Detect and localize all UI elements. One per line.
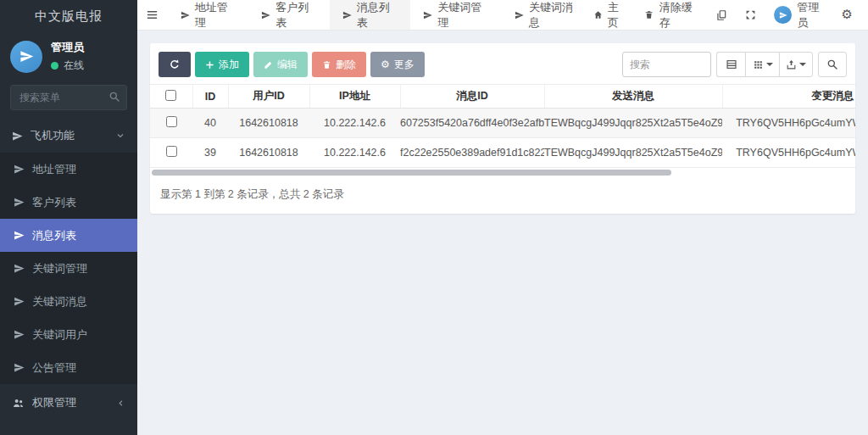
- online-status-label: 在线: [64, 59, 84, 73]
- gear-icon: ⚙: [381, 59, 390, 70]
- paper-plane-icon: [515, 10, 524, 20]
- tab-label: 客户列表: [275, 0, 316, 31]
- row-checkbox[interactable]: [166, 146, 177, 157]
- table-scroll-area[interactable]: ID 用户ID IP地址 消息ID 发送消息 变更消息 40: [150, 84, 855, 168]
- fullscreen-button[interactable]: [745, 9, 756, 20]
- home-link[interactable]: 主页: [593, 0, 627, 31]
- caret-down-icon: [766, 63, 773, 70]
- scrollbar-thumb[interactable]: [152, 170, 671, 176]
- columns-button[interactable]: [745, 52, 779, 77]
- delete-button[interactable]: 删除: [312, 52, 366, 77]
- cell-id: 39: [192, 138, 228, 168]
- search-button[interactable]: [818, 52, 847, 77]
- add-button[interactable]: 添加: [195, 52, 249, 77]
- cogs-icon: ⚙: [842, 8, 853, 21]
- toolbar-right: [622, 52, 847, 77]
- user-avatar: [774, 6, 792, 24]
- navbar-right: 主页 清除缓存 管理员: [593, 0, 868, 30]
- tab-address[interactable]: 地址管理: [168, 0, 249, 30]
- paper-plane-icon: [181, 10, 190, 20]
- app-title: 中文版电报: [0, 0, 137, 31]
- cell-ip: 10.222.142.6: [309, 138, 400, 168]
- main-area: 地址管理 客户列表 消息列表 关键词管理 关键词消息 主页: [137, 0, 868, 435]
- pencil-icon: [264, 60, 273, 70]
- sidebar-item-messages[interactable]: 消息列表: [0, 219, 137, 252]
- add-button-label: 添加: [219, 58, 239, 72]
- sidebar: 中文版电报 管理员 在线 飞机功能: [0, 0, 137, 435]
- cell-id: 40: [192, 109, 228, 138]
- sidebar-item-keyword-manage[interactable]: 关键词管理: [0, 252, 137, 285]
- sidebar-submenu: 地址管理 客户列表 消息列表 关键词管理 关键词消息: [0, 153, 137, 384]
- top-navbar: 地址管理 客户列表 消息列表 关键词管理 关键词消息 主页: [137, 0, 868, 31]
- user-avatar: [10, 41, 42, 73]
- table-row[interactable]: 39 1642610818 10.222.142.6 f2c22e2550e38…: [150, 138, 855, 168]
- trash-icon: [322, 60, 331, 70]
- tab-keyword-messages[interactable]: 关键词消息: [502, 0, 593, 30]
- tab-clients[interactable]: 客户列表: [248, 0, 330, 30]
- delete-button-label: 删除: [336, 58, 356, 72]
- clear-cache-link[interactable]: 清除缓存: [644, 0, 698, 31]
- sidebar-group-plane[interactable]: 飞机功能: [0, 119, 137, 153]
- cell-user-id: 1642610818: [228, 138, 309, 168]
- messages-table: ID 用户ID IP地址 消息ID 发送消息 变更消息 40: [150, 84, 855, 168]
- sidebar-item-label: 客户列表: [32, 195, 76, 210]
- clear-cache-label: 清除缓存: [659, 0, 698, 31]
- paper-plane-icon: [14, 230, 25, 241]
- col-header-changed: 变更消息: [722, 85, 855, 109]
- toggle-view-button[interactable]: [716, 52, 745, 77]
- plus-icon: [205, 60, 214, 70]
- sidebar-menu: 飞机功能 地址管理 客户列表 消息列表 关键词管理: [0, 119, 137, 421]
- sidebar-item-address[interactable]: 地址管理: [0, 153, 137, 186]
- table-search-input[interactable]: [622, 52, 711, 77]
- paper-plane-icon: [14, 329, 25, 340]
- fullscreen-icon: [745, 9, 756, 20]
- table-card: 添加 编辑 删除 ⚙ 更多: [150, 43, 855, 214]
- cell-msg-id: 607253f5420a76dff4e0f3e2afb26bb3: [400, 109, 544, 138]
- more-button-label: 更多: [394, 58, 415, 72]
- paper-plane-icon: [19, 49, 34, 64]
- app-window: 中文版电报 管理员 在线 飞机功能: [0, 0, 868, 435]
- col-header-ip: IP地址: [309, 85, 400, 109]
- sidebar-toggle-button[interactable]: [137, 0, 168, 30]
- select-all-checkbox[interactable]: [165, 90, 176, 101]
- sidebar-group-label: 权限管理: [32, 395, 76, 410]
- sidebar-item-announcements[interactable]: 公告管理: [0, 351, 137, 384]
- cell-msg-id: f2c22e2550e389adef91d1c822c77a18: [400, 138, 544, 168]
- export-button[interactable]: [779, 52, 813, 77]
- export-icon: [786, 59, 797, 70]
- refresh-icon: [169, 59, 181, 70]
- row-checkbox[interactable]: [166, 116, 177, 127]
- tab-label: 关键词管理: [437, 0, 489, 31]
- paper-plane-icon: [779, 11, 787, 20]
- chevron-left-icon: [116, 399, 125, 408]
- cell-sent: TEWBqcgJ499Jqqr825Xt2a5T5e4oZ9uiMa: [544, 138, 722, 168]
- table-view-buttons: [716, 52, 813, 77]
- tab-keyword-manage[interactable]: 关键词管理: [410, 0, 502, 30]
- table-toolbar: 添加 编辑 删除 ⚙ 更多: [150, 52, 855, 84]
- tab-messages[interactable]: 消息列表: [330, 0, 411, 30]
- sidebar-group-label: 飞机功能: [31, 128, 75, 143]
- more-button[interactable]: ⚙ 更多: [370, 52, 425, 77]
- paper-plane-icon: [423, 10, 432, 20]
- horizontal-scrollbar[interactable]: [152, 170, 854, 176]
- edit-button[interactable]: 编辑: [253, 52, 308, 77]
- sidebar-item-label: 公告管理: [32, 360, 76, 376]
- sidebar-item-keyword-users[interactable]: 关键词用户: [0, 318, 137, 351]
- refresh-button[interactable]: [159, 52, 191, 77]
- page-content: 添加 编辑 删除 ⚙ 更多: [137, 31, 868, 435]
- sidebar-item-keyword-messages[interactable]: 关键词消息: [0, 285, 137, 318]
- table-row[interactable]: 40 1642610818 10.222.142.6 607253f5420a7…: [150, 109, 855, 138]
- paper-plane-icon: [14, 296, 25, 307]
- user-menu[interactable]: 管理员: [774, 0, 823, 31]
- sidebar-group-permissions[interactable]: 权限管理: [0, 384, 137, 421]
- sidebar-item-clients[interactable]: 客户列表: [0, 186, 137, 219]
- home-icon: [593, 9, 603, 20]
- copy-button[interactable]: [715, 9, 727, 21]
- caret-down-icon: [799, 63, 806, 70]
- online-status-dot: [51, 62, 58, 70]
- settings-button[interactable]: ⚙: [842, 8, 853, 21]
- trash-icon: [644, 9, 654, 20]
- table-header-row: ID 用户ID IP地址 消息ID 发送消息 变更消息: [150, 85, 855, 109]
- chevron-down-icon: [115, 131, 125, 141]
- paper-plane-icon: [261, 10, 270, 20]
